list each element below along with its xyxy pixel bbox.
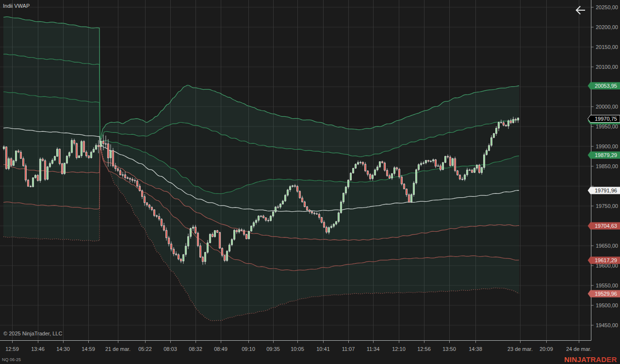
svg-text:19900,00: 19900,00 bbox=[596, 143, 618, 149]
svg-text:09:10: 09:10 bbox=[242, 346, 255, 352]
svg-text:14:59: 14:59 bbox=[82, 346, 95, 352]
svg-text:19850,00: 19850,00 bbox=[596, 163, 618, 169]
svg-text:19617,29: 19617,29 bbox=[595, 257, 617, 263]
svg-text:Indii VWAP: Indii VWAP bbox=[3, 3, 30, 9]
svg-text:19450,00: 19450,00 bbox=[596, 322, 618, 328]
svg-text:20053,95: 20053,95 bbox=[595, 83, 617, 89]
svg-text:08:03: 08:03 bbox=[163, 346, 177, 352]
svg-text:21 de mar.: 21 de mar. bbox=[105, 346, 131, 352]
svg-text:20:09: 20:09 bbox=[539, 346, 553, 352]
svg-text:19500,00: 19500,00 bbox=[596, 302, 618, 308]
svg-text:13:50: 13:50 bbox=[442, 346, 456, 352]
svg-text:08:49: 08:49 bbox=[214, 346, 228, 352]
svg-text:23 de mar.: 23 de mar. bbox=[507, 346, 533, 352]
svg-text:12:10: 12:10 bbox=[392, 346, 406, 352]
svg-text:19650,00: 19650,00 bbox=[596, 243, 618, 249]
svg-text:12:59: 12:59 bbox=[5, 346, 19, 352]
svg-text:10:05: 10:05 bbox=[291, 346, 304, 352]
svg-text:20200,00: 20200,00 bbox=[596, 24, 618, 30]
svg-text:NINJATRADER: NINJATRADER bbox=[564, 355, 617, 364]
svg-text:19950,00: 19950,00 bbox=[596, 124, 618, 129]
svg-text:20100,00: 20100,00 bbox=[596, 64, 618, 70]
svg-text:24 de mar.: 24 de mar. bbox=[566, 346, 591, 352]
svg-text:© 2025 NinjaTrader, LLC: © 2025 NinjaTrader, LLC bbox=[3, 331, 62, 336]
svg-text:11:07: 11:07 bbox=[342, 346, 355, 352]
svg-text:05:22: 05:22 bbox=[138, 346, 152, 352]
svg-text:14:30: 14:30 bbox=[56, 346, 70, 352]
svg-text:11:34: 11:34 bbox=[367, 346, 380, 352]
svg-text:09:35: 09:35 bbox=[266, 346, 280, 352]
svg-text:08:32: 08:32 bbox=[189, 346, 202, 352]
svg-text:NQ 06-25: NQ 06-25 bbox=[2, 357, 21, 362]
svg-text:19550,00: 19550,00 bbox=[596, 283, 618, 288]
svg-text:19791,96: 19791,96 bbox=[595, 188, 617, 193]
svg-text:10:41: 10:41 bbox=[316, 346, 330, 352]
svg-text:19529,96: 19529,96 bbox=[595, 291, 617, 297]
svg-text:20000,00: 20000,00 bbox=[596, 104, 618, 110]
svg-text:19879,29: 19879,29 bbox=[595, 152, 617, 158]
svg-text:19704,63: 19704,63 bbox=[595, 223, 617, 229]
svg-text:20250,00: 20250,00 bbox=[596, 4, 618, 10]
svg-text:19970,75: 19970,75 bbox=[595, 116, 617, 122]
svg-text:20150,00: 20150,00 bbox=[596, 44, 618, 50]
svg-text:12:56: 12:56 bbox=[417, 346, 431, 352]
svg-text:13:46: 13:46 bbox=[31, 346, 45, 352]
svg-text:14:38: 14:38 bbox=[469, 346, 482, 352]
svg-text:19750,00: 19750,00 bbox=[596, 203, 618, 209]
